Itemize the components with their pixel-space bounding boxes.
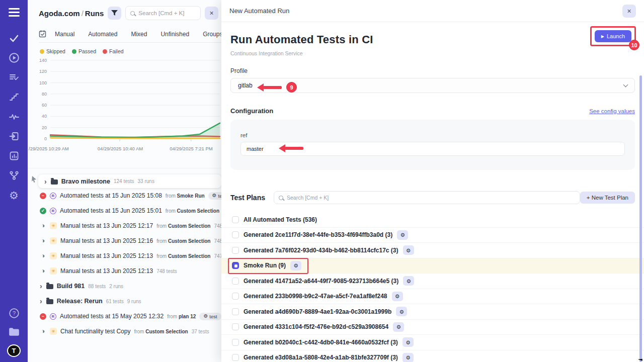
manual-run-icon: ✳ bbox=[50, 237, 57, 244]
plan-settings-button[interactable]: ⚙ bbox=[403, 337, 414, 347]
run-source-name: Custom Selection bbox=[145, 329, 188, 334]
plan-checkbox[interactable] bbox=[232, 339, 239, 346]
plan-settings-button[interactable]: ⚙ bbox=[396, 307, 407, 316]
breadcrumb-project[interactable]: Agoda.com bbox=[39, 9, 80, 18]
manual-run-icon: ✳ bbox=[50, 252, 57, 259]
test-plans-search[interactable] bbox=[274, 191, 580, 204]
plan-checkbox[interactable] bbox=[232, 262, 239, 269]
plan-checkbox[interactable] bbox=[232, 293, 239, 300]
runs-icon[interactable] bbox=[8, 52, 21, 64]
chevron-right-icon[interactable]: › bbox=[44, 178, 47, 185]
plan-label: Generated 2ce11f7d-38ef-44fe-b353-4f694f… bbox=[244, 231, 392, 238]
profile-logo[interactable]: T bbox=[7, 344, 21, 357]
panel-scrollbar[interactable] bbox=[639, 75, 642, 362]
run-group-row[interactable]: ›Release: Rerun61 tests9 runs bbox=[28, 294, 221, 309]
import-icon[interactable] bbox=[8, 130, 21, 142]
test-plan-row[interactable]: Generated a4d690b7-8889-4ae1-92aa-0c3001… bbox=[221, 304, 644, 320]
run-row[interactable]: ✓RAutomated tests at 15 Jun 2025 15:01fr… bbox=[28, 203, 221, 218]
run-row[interactable]: ◑✳Manual tests at 13 Jun 2025 12:16from … bbox=[28, 233, 221, 248]
launch-button[interactable]: ▶ Launch bbox=[595, 30, 631, 42]
plan-settings-button[interactable]: ⚙ bbox=[290, 261, 301, 270]
runs-search[interactable] bbox=[125, 6, 201, 20]
run-row[interactable]: −RAutomated tests at 15 Jun 2025 15:08fr… bbox=[28, 188, 221, 203]
help-icon[interactable]: ? bbox=[8, 307, 21, 319]
filter-button[interactable] bbox=[108, 7, 121, 20]
run-title: Manual tests at 13 Jun 2025 12:17 bbox=[60, 222, 153, 229]
plan-label: Generated e3d08a1a-5808-42e4-a1ab-81bfe3… bbox=[244, 354, 398, 361]
tab-groups[interactable]: Groups bbox=[203, 31, 222, 38]
test-cases-icon[interactable] bbox=[8, 71, 21, 83]
analytics-icon[interactable] bbox=[8, 150, 21, 162]
run-row[interactable]: ◑✳Manual tests at 13 Jun 2025 12:13748 t… bbox=[28, 263, 221, 279]
runs-search-input[interactable] bbox=[138, 10, 196, 16]
check-tasks-icon[interactable] bbox=[8, 32, 21, 44]
manual-run-icon: ✳ bbox=[50, 267, 57, 275]
tab-manual[interactable]: Manual bbox=[55, 31, 74, 38]
plan-checkbox[interactable] bbox=[232, 308, 239, 315]
tab-automated[interactable]: Automated bbox=[88, 31, 117, 38]
app-window: ⚙ ? T Agoda.com/Runs × Manual Auto bbox=[0, 0, 644, 362]
runs-count: 33 runs bbox=[138, 178, 154, 184]
test-plan-row[interactable]: Generated 4331c104-f5f2-476e-b92d-c529a3… bbox=[221, 320, 644, 335]
progress-status-icon: ◑ bbox=[40, 328, 46, 335]
plan-settings-button[interactable]: ⚙ bbox=[403, 245, 414, 255]
plan-settings-button[interactable]: ⚙ bbox=[397, 230, 408, 240]
run-row[interactable]: −RAutomated tests at 15 May 2025 12:32fr… bbox=[28, 309, 221, 324]
steps-icon[interactable] bbox=[8, 91, 21, 103]
runs-page: Agoda.com/Runs × Manual Automated Mixed … bbox=[28, 0, 221, 362]
runs-count: 9 runs bbox=[127, 299, 141, 304]
test-plan-row[interactable]: All Automated Tests (536) bbox=[221, 212, 644, 228]
plan-checkbox[interactable] bbox=[232, 247, 239, 254]
run-group-title: Build 981 bbox=[57, 283, 85, 290]
breadcrumb-page: Runs bbox=[85, 9, 104, 18]
test-plan-row[interactable]: Generated 7a76f022-93d0-434b-b462-bb8114… bbox=[221, 243, 644, 258]
test-badge[interactable]: ⚙test bbox=[199, 313, 221, 320]
menu-icon[interactable] bbox=[8, 6, 21, 18]
plan-settings-button[interactable]: ⚙ bbox=[403, 353, 414, 362]
ref-input[interactable] bbox=[240, 142, 625, 156]
plan-checkbox[interactable] bbox=[232, 231, 239, 238]
test-plan-row[interactable]: Generated 41471a52-a644-49f7-9085-923713… bbox=[221, 274, 644, 289]
chevron-right-icon[interactable]: › bbox=[40, 283, 42, 290]
test-plan-row[interactable]: Generated 2ce11f7d-38ef-44fe-b353-4f694f… bbox=[221, 228, 644, 243]
test-plan-row[interactable]: Generated 233b0998-b9c2-47ae-a5cf-7ea1af… bbox=[221, 289, 644, 305]
settings-icon[interactable]: ⚙ bbox=[8, 189, 21, 201]
run-row[interactable]: ◑✳Chat functinality test Copyfrom Custom… bbox=[28, 324, 221, 339]
plan-checkbox[interactable] bbox=[232, 354, 239, 361]
svg-text:?: ? bbox=[12, 310, 15, 316]
run-group-row[interactable]: ›Bravo milestone124 tests33 runs bbox=[38, 174, 221, 188]
profile-select[interactable]: gitlab 9 bbox=[230, 78, 635, 93]
tests-count: 748 tests bbox=[156, 268, 177, 274]
plan-checkbox[interactable] bbox=[232, 278, 239, 285]
tab-unfinished[interactable]: Unfinished bbox=[160, 31, 189, 38]
svg-text:20: 20 bbox=[42, 125, 47, 130]
projects-icon[interactable] bbox=[8, 326, 21, 338]
tab-mixed[interactable]: Mixed bbox=[131, 31, 147, 38]
folder-icon bbox=[46, 284, 53, 289]
new-test-plan-button[interactable]: + New Test Plan bbox=[580, 192, 635, 204]
plan-label: Generated a4d690b7-8889-4ae1-92aa-0c3001… bbox=[244, 308, 391, 315]
new-automated-run-panel: New Automated Run × Run Automated Tests … bbox=[221, 0, 644, 362]
see-config-values-link[interactable]: See config values bbox=[589, 108, 635, 114]
test-plan-row[interactable]: Generated b02040c1-c442-4db0-841e-4660a0… bbox=[221, 335, 644, 350]
plan-checkbox[interactable] bbox=[232, 216, 239, 223]
run-title: Manual tests at 13 Jun 2025 12:13 bbox=[60, 267, 153, 275]
test-plan-row[interactable]: Generated e3d08a1a-5808-42e4-a1ab-81bfe3… bbox=[221, 350, 644, 362]
test-plan-row[interactable]: Smoke Run (9)⚙ bbox=[221, 258, 644, 274]
test-plans-search-input[interactable] bbox=[287, 195, 575, 201]
chevron-right-icon[interactable]: › bbox=[40, 298, 42, 305]
test-badge-label: test bbox=[209, 314, 217, 319]
run-row[interactable]: ◑✳Manual tests at 13 Jun 2025 12:13from … bbox=[28, 248, 221, 263]
plan-label: Generated 41471a52-a644-49f7-9085-923713… bbox=[244, 278, 398, 285]
run-row[interactable]: ◑✳Manual tests at 13 Jun 2025 12:17from … bbox=[28, 218, 221, 233]
run-group-row[interactable]: ›Build 98188 tests2 runs bbox=[28, 279, 221, 294]
plan-settings-button[interactable]: ⚙ bbox=[403, 276, 414, 286]
plan-checkbox[interactable] bbox=[232, 323, 239, 330]
plan-settings-button[interactable]: ⚙ bbox=[392, 292, 403, 301]
pulse-icon[interactable] bbox=[8, 111, 21, 123]
plan-settings-button[interactable]: ⚙ bbox=[393, 322, 404, 332]
branches-icon[interactable] bbox=[8, 169, 21, 182]
page-title: Run Automated Tests in CI bbox=[230, 33, 635, 46]
close-panel-button[interactable]: × bbox=[622, 5, 636, 18]
close-runs-filter-button[interactable]: × bbox=[205, 7, 218, 20]
